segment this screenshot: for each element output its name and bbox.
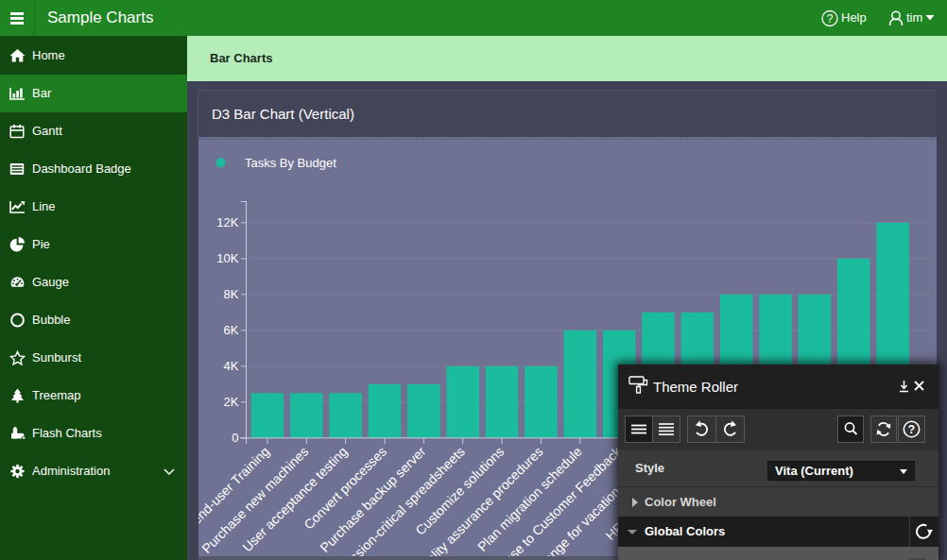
svg-text:10K: 10K bbox=[216, 251, 238, 265]
svg-text:8K: 8K bbox=[224, 287, 239, 301]
svg-text:Tasks By Budget: Tasks By Budget bbox=[245, 156, 336, 170]
svg-text:12K: 12K bbox=[216, 215, 238, 229]
svg-text:2K: 2K bbox=[224, 395, 239, 409]
svg-text:4K: 4K bbox=[224, 359, 239, 373]
svg-text:0: 0 bbox=[232, 431, 238, 445]
svg-text:?: ? bbox=[908, 423, 915, 436]
svg-text:6K: 6K bbox=[224, 323, 239, 337]
svg-text:?: ? bbox=[827, 12, 834, 25]
